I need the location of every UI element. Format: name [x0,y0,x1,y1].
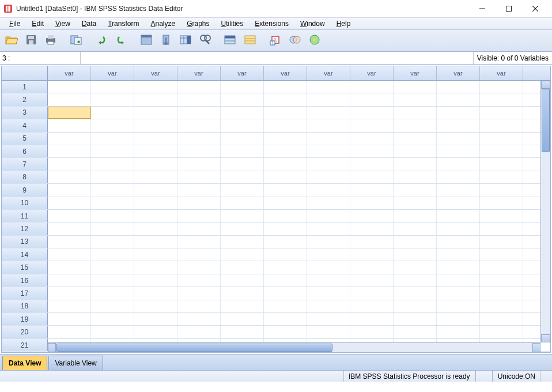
print-button[interactable] [43,33,59,49]
grid-cell[interactable] [177,197,221,209]
goto-case-button[interactable] [138,33,154,49]
grid-cell[interactable] [350,223,394,235]
grid-cell[interactable] [264,119,307,131]
grid-cell[interactable] [394,184,437,196]
grid-cell[interactable] [480,93,523,105]
grid-cell[interactable] [307,81,350,93]
grid-cell[interactable] [48,107,91,119]
menu-file[interactable]: File [3,18,26,29]
grid-cell[interactable] [91,326,134,338]
row-header[interactable]: 20 [2,326,48,338]
grid-cell[interactable] [264,81,307,93]
grid-cell[interactable] [91,171,134,183]
grid-cell[interactable] [437,248,480,261]
grid-cell[interactable] [394,81,437,93]
grid-cell[interactable] [177,300,221,312]
menu-extensions[interactable]: Extensions [249,18,294,29]
grid-cell[interactable] [264,197,307,209]
grid-cell[interactable] [437,81,480,93]
grid-cell[interactable] [437,197,480,209]
grid-cell[interactable] [221,326,264,338]
column-header[interactable]: var [350,66,394,80]
row-header[interactable]: 16 [2,274,48,287]
grid-cell[interactable] [177,119,221,131]
column-header[interactable]: var [307,66,350,80]
grid-cell[interactable] [91,300,134,312]
row-header[interactable]: 7 [2,158,48,170]
grid-cell[interactable] [134,107,177,119]
grid-cell[interactable] [350,171,394,183]
grid-cell[interactable] [394,133,437,145]
close-button[interactable] [522,0,549,17]
row-header[interactable]: 5 [2,133,48,145]
grid-cell[interactable] [394,313,437,325]
grid-cell[interactable] [48,171,91,183]
grid-cell[interactable] [134,223,177,235]
tab-variable-view[interactable]: Variable View [48,356,103,370]
cell-editor[interactable] [81,52,474,64]
goto-variable-button[interactable] [158,33,174,49]
grid-cell[interactable] [437,287,480,299]
grid-cell[interactable] [221,158,264,170]
grid-cell[interactable] [48,274,91,287]
column-header[interactable]: var [48,66,91,80]
grid-cell[interactable] [437,313,480,325]
grid-cell[interactable] [394,107,437,119]
grid-cell[interactable] [264,158,307,170]
grid-cell[interactable] [91,261,134,273]
variables-button[interactable] [177,33,194,49]
grid-cell[interactable] [48,93,91,105]
grid-cell[interactable] [91,197,134,209]
grid-cell[interactable] [264,300,307,312]
grid-cell[interactable] [134,171,177,183]
grid-cell[interactable] [91,287,134,299]
grid-cell[interactable] [91,236,134,248]
grid-cell[interactable] [307,313,350,325]
maximize-button[interactable] [496,0,522,17]
grid-cell[interactable] [480,158,523,170]
row-header[interactable]: 19 [2,313,48,325]
menu-utilities[interactable]: Utilities [215,18,249,29]
grid-cell[interactable] [437,145,480,157]
grid-cell[interactable] [307,171,350,183]
grid-cell[interactable] [350,107,394,119]
grid-cell[interactable] [480,81,523,93]
grid-cell[interactable] [307,145,350,157]
recall-dialog-button[interactable] [68,33,84,49]
grid-cell[interactable] [480,248,523,261]
grid-cell[interactable] [437,223,480,235]
grid-cell[interactable] [350,326,394,338]
grid-cell[interactable] [350,184,394,196]
grid-cell[interactable] [437,133,480,145]
menu-data[interactable]: Data [76,18,102,29]
grid-cell[interactable] [307,107,350,119]
save-button[interactable] [23,33,39,49]
grid-cell[interactable] [480,261,523,273]
grid-cell[interactable] [48,313,91,325]
grid-cell[interactable] [91,158,134,170]
grid-cell[interactable] [221,145,264,157]
grid-cell[interactable] [394,248,437,261]
grid-cell[interactable] [91,313,134,325]
grid-cell[interactable] [48,119,91,131]
grid-cell[interactable] [394,171,437,183]
undo-button[interactable] [93,33,109,49]
column-header[interactable]: var [221,66,264,80]
grid-cell[interactable] [350,300,394,312]
grid-cell[interactable] [221,274,264,287]
grid-cell[interactable] [91,210,134,222]
select-cases-button[interactable] [287,33,303,49]
row-header[interactable]: 18 [2,300,48,312]
column-header[interactable]: var [480,66,523,80]
grid-cell[interactable] [48,133,91,145]
grid-cell[interactable] [307,236,350,248]
grid-cell[interactable] [221,248,264,261]
grid-cell[interactable] [91,133,134,145]
split-file-button[interactable] [242,33,258,49]
grid-cell[interactable] [437,326,480,338]
grid-cell[interactable] [394,119,437,131]
grid-cell[interactable] [480,184,523,196]
grid-cell[interactable] [177,133,221,145]
menu-help[interactable]: Help [331,18,357,29]
grid-cell[interactable] [221,93,264,105]
